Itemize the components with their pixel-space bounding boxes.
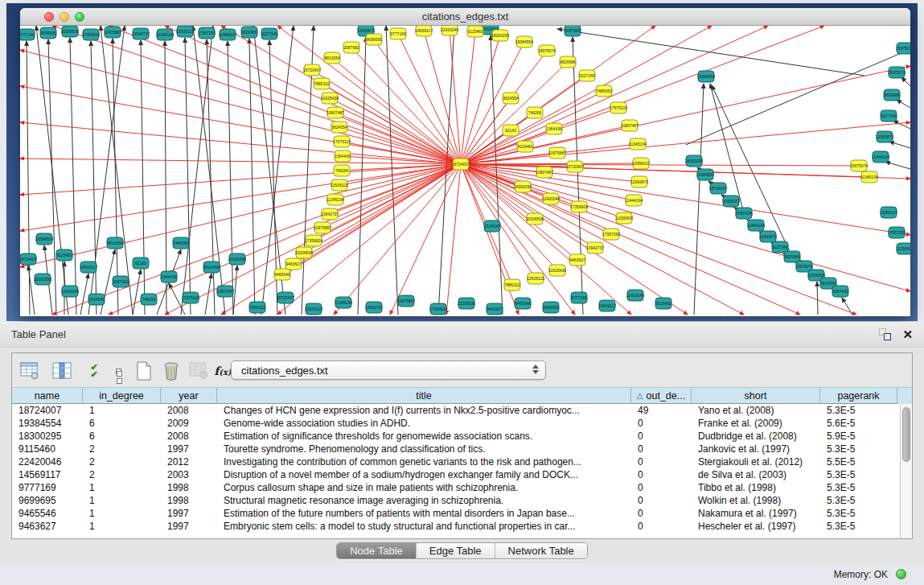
table-row[interactable]: 969969511998Structural magnetic resonanc…: [12, 494, 912, 507]
cell-pagerank[interactable]: 5.3E-5: [820, 494, 897, 507]
cell-in_degree[interactable]: 6: [83, 417, 161, 430]
cell-short[interactable]: Nakamura et al. (1997): [692, 507, 820, 520]
cell-year[interactable]: 1997: [161, 520, 217, 533]
network-window[interactable]: citations_edges.txt 97771699699695202065…: [20, 8, 910, 316]
cell-out_degree[interactable]: 0: [631, 494, 692, 507]
cell-out_degree[interactable]: 0: [631, 417, 692, 430]
column-header-short[interactable]: short: [692, 388, 820, 404]
graph-edge[interactable]: [461, 26, 712, 164]
cell-in_degree[interactable]: 2: [83, 468, 161, 481]
cell-title[interactable]: Changes of HCN gene expression and I(f) …: [217, 404, 631, 417]
cell-name[interactable]: 9699695: [12, 494, 83, 507]
cell-title[interactable]: Corpus callosum shape and size in male p…: [217, 481, 631, 494]
cell-year[interactable]: 2003: [161, 468, 217, 481]
cell-out_degree[interactable]: 0: [631, 507, 692, 520]
cell-name[interactable]: 9777169: [12, 481, 83, 494]
table-row[interactable]: 1830029562008Estimation of significance …: [12, 430, 912, 443]
cell-in_degree[interactable]: 6: [83, 430, 161, 443]
graph-edge[interactable]: [817, 282, 818, 315]
graph-edge[interactable]: [228, 41, 233, 315]
close-panel-icon[interactable]: ✕: [902, 328, 913, 340]
cell-year[interactable]: 1998: [161, 494, 217, 507]
graph-edge[interactable]: [889, 142, 910, 148]
cell-out_degree[interactable]: 0: [631, 468, 692, 481]
table-row[interactable]: 911546021997Tourette syndrome. Phenomeno…: [12, 443, 912, 455]
cell-in_degree[interactable]: 1: [83, 494, 161, 507]
graph-edge[interactable]: [491, 35, 503, 315]
graph-edge[interactable]: [20, 122, 461, 164]
graph-edge[interactable]: [48, 39, 56, 315]
graph-edge[interactable]: [897, 100, 910, 108]
graph-edge[interactable]: [386, 26, 398, 315]
close-window-icon[interactable]: [44, 12, 54, 22]
delete-table-button[interactable]: [187, 360, 210, 382]
cell-short[interactable]: Dudbridge et al. (2008): [692, 430, 820, 443]
cell-year[interactable]: 2012: [161, 455, 217, 468]
cell-name[interactable]: 9465546: [12, 507, 83, 520]
cell-in_degree[interactable]: 1: [83, 520, 161, 533]
cell-out_degree[interactable]: 0: [631, 455, 692, 468]
delete-column-button[interactable]: [160, 360, 183, 382]
cell-name[interactable]: 18724007: [12, 404, 83, 417]
cell-out_degree[interactable]: 0: [631, 481, 692, 494]
cell-short[interactable]: Stergiakouli et al. (2012): [692, 455, 820, 468]
column-header-year[interactable]: year: [161, 388, 217, 404]
cell-year[interactable]: 1997: [161, 443, 217, 455]
cell-out_degree[interactable]: 49: [631, 404, 692, 417]
column-header-pagerank[interactable]: pagerank: [820, 388, 897, 404]
cell-title[interactable]: Tourette syndrome. Phenomenology and cla…: [217, 443, 631, 455]
column-header-title[interactable]: title: [217, 388, 631, 404]
graph-edge[interactable]: [294, 164, 461, 264]
cell-name[interactable]: 22420046: [12, 455, 83, 468]
cell-year[interactable]: 1998: [161, 481, 217, 494]
column-header-name[interactable]: name: [12, 388, 83, 404]
cell-year[interactable]: 2008: [161, 404, 217, 417]
cell-name[interactable]: 9115460: [12, 443, 83, 455]
cell-year[interactable]: 2009: [161, 417, 217, 430]
graph-edge[interactable]: [461, 164, 577, 260]
column-header-out_degree[interactable]: △out_de...: [631, 388, 692, 404]
cell-pagerank[interactable]: 5.5E-5: [820, 455, 897, 468]
cell-in_degree[interactable]: 2: [83, 455, 161, 468]
cell-pagerank[interactable]: 5.3E-5: [820, 520, 897, 533]
cell-pagerank[interactable]: 5.6E-5: [820, 417, 897, 430]
cell-in_degree[interactable]: 1: [83, 404, 161, 417]
graph-edge[interactable]: [20, 86, 461, 164]
cell-pagerank[interactable]: 5.9E-5: [820, 430, 897, 443]
cell-title[interactable]: Genome-wide association studies in ADHD.: [217, 417, 631, 430]
graph-edge[interactable]: [686, 50, 909, 145]
graph-edge[interactable]: [461, 31, 475, 164]
cell-title[interactable]: Structural magnetic resonance image aver…: [217, 494, 631, 507]
tab-network-table[interactable]: Network Table: [495, 543, 587, 558]
cell-out_degree[interactable]: 0: [631, 520, 692, 533]
graph-edge[interactable]: [358, 37, 366, 315]
scrollbar-thumb[interactable]: [902, 407, 910, 462]
cell-name[interactable]: 14569117: [12, 468, 83, 481]
cell-in_degree[interactable]: 1: [83, 481, 161, 494]
graph-edge[interactable]: [901, 77, 910, 86]
table-vertical-scrollbar[interactable]: [900, 405, 912, 538]
cell-title[interactable]: Investigating the contribution of common…: [217, 455, 631, 468]
graph-edge[interactable]: [109, 26, 461, 164]
memory-status-indicator[interactable]: [896, 569, 906, 579]
zoom-window-icon[interactable]: [75, 12, 84, 22]
table-selector-dropdown[interactable]: citations_edges.txt: [231, 360, 546, 380]
graph-edge[interactable]: [20, 50, 461, 164]
cell-pagerank[interactable]: 5.3E-5: [820, 481, 897, 494]
cell-pagerank[interactable]: 5.3E-5: [820, 404, 897, 417]
cell-title[interactable]: Disruption of a novel member of a sodium…: [217, 468, 631, 481]
graph-edge[interactable]: [374, 39, 461, 164]
graph-edge[interactable]: [80, 274, 88, 315]
graph-edge[interactable]: [885, 162, 910, 169]
cell-title[interactable]: Embryonic stem cells: a model to study s…: [217, 520, 631, 533]
graph-edge[interactable]: [70, 38, 76, 315]
cell-out_degree[interactable]: 0: [631, 430, 692, 443]
graph-edge[interactable]: [893, 121, 910, 129]
cell-short[interactable]: Tibbo et al. (1998): [692, 481, 820, 494]
table-row[interactable]: 1872400712008Changes of HCN gene express…: [12, 404, 912, 417]
tab-edge-table[interactable]: Edge Table: [416, 543, 495, 558]
graph-edge[interactable]: [335, 113, 461, 164]
cell-short[interactable]: Wolkin et al. (1998): [692, 494, 820, 507]
cell-name[interactable]: 9463627: [12, 520, 83, 533]
graph-edge[interactable]: [277, 26, 461, 164]
